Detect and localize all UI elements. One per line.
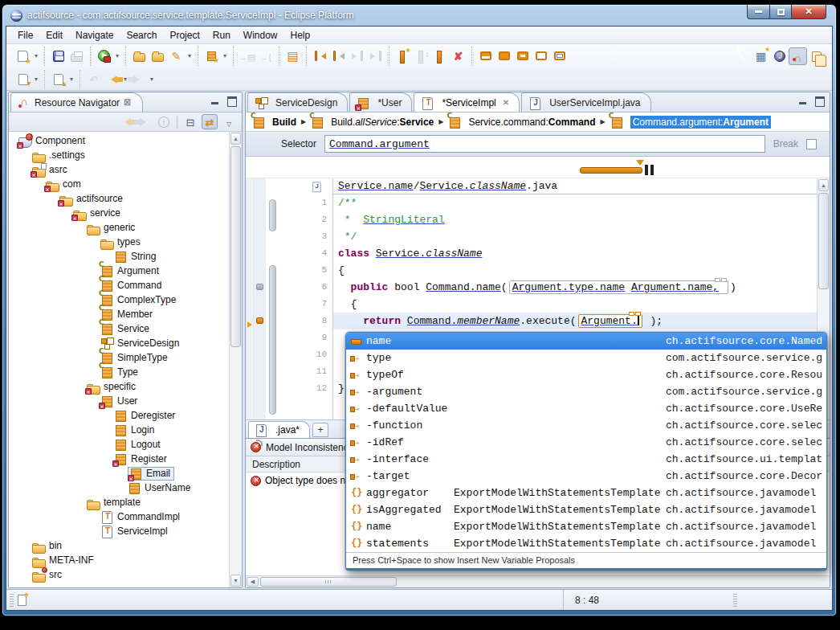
proposal-idref[interactable]: -idRefch.actifsource.core.selec — [346, 434, 826, 451]
tree-item-login[interactable]: Login — [9, 423, 229, 437]
filename-header-line[interactable]: Service.name/Service.className.java — [333, 178, 830, 194]
goto-prev-region-button[interactable] — [329, 47, 348, 65]
dropdown-arrow-icon[interactable]: ▾ — [32, 52, 40, 59]
external-tools-button[interactable] — [95, 47, 113, 65]
up-button[interactable]: ↑ — [156, 114, 172, 129]
menu-navigate[interactable]: Navigate — [69, 28, 120, 43]
tree-item-commandimpl[interactable]: CommandImpl — [9, 509, 229, 524]
tree-item-generic[interactable]: generic — [9, 220, 229, 235]
forward-button[interactable] — [129, 71, 148, 88]
minimize-editor-button[interactable] — [798, 96, 809, 105]
close-button[interactable]: ✕ — [792, 5, 826, 19]
minimize-view-button[interactable] — [210, 96, 221, 105]
menu-edit[interactable]: Edit — [39, 28, 69, 43]
collapse-all-button[interactable] — [182, 114, 198, 129]
add-region-lines-button[interactable] — [430, 47, 449, 65]
proposal-argument[interactable]: -argumentcom.actifsource.service.g — [346, 383, 826, 400]
proposal-defaultvalue[interactable]: -defaultValuech.actifsource.core.UseRe — [346, 400, 826, 417]
proposal-statements[interactable]: statementsExportModelWithStatementsTempl… — [346, 535, 826, 552]
next-template-mark-button[interactable] — [238, 47, 256, 65]
navigator-view-tab[interactable]: Resource Navigator ☒ — [10, 92, 143, 112]
goto-last-region-button[interactable] — [366, 47, 385, 65]
scroll-thumb[interactable] — [260, 577, 397, 587]
highlighter-button[interactable] — [167, 47, 186, 65]
java-file-tab[interactable]: .java* — [248, 421, 310, 438]
tree-item-complextype[interactable]: ComplexType — [9, 292, 229, 307]
tree-item-user[interactable]: ×User — [9, 394, 229, 408]
template-lines-button[interactable] — [283, 47, 302, 65]
selector-input[interactable]: Command.argument — [324, 135, 765, 153]
delete-region-button[interactable] — [449, 47, 467, 65]
scroll-thumb[interactable] — [230, 146, 241, 347]
orange-template-box[interactable]: Argument. — [578, 314, 642, 328]
new-wizard-button[interactable] — [14, 47, 32, 65]
code-line-4[interactable]: class Service.className — [333, 245, 830, 262]
tree-item-service[interactable]: ×service — [9, 206, 229, 220]
open-folder-button[interactable] — [149, 47, 167, 65]
tree-item-serviceimpl[interactable]: ServiceImpl — [9, 524, 229, 538]
proposal-isaggregated[interactable]: isAggregatedExportModelWithStatementsTem… — [346, 501, 826, 518]
proposal-interface[interactable]: -interfacech.actifsource.ui.templat — [346, 451, 826, 468]
actifsource-perspective-button[interactable] — [789, 47, 807, 65]
tree-item-servicedesign[interactable]: ServiceDesign — [9, 336, 229, 350]
tree-item-register[interactable]: ×Register — [9, 452, 229, 466]
proposal-name[interactable]: namech.actifsource.core.Named — [346, 333, 826, 350]
maximize-button[interactable] — [770, 5, 792, 19]
next-brace-button[interactable] — [256, 47, 275, 65]
tree-item-username[interactable]: UserName — [9, 481, 229, 495]
code-line-7[interactable]: { — [333, 296, 830, 313]
code-line-6[interactable]: public bool Command.name(Argument.type.n… — [333, 279, 830, 296]
code-line-8[interactable]: return Command.memberName.execute(Argume… — [333, 313, 830, 329]
tree-item-string[interactable]: String — [9, 249, 229, 264]
region-style-filled-button[interactable] — [495, 47, 513, 65]
editor-tab-servicedesign[interactable]: ServiceDesign — [247, 92, 348, 112]
tree-item-service[interactable]: Service — [9, 321, 229, 336]
expand-region-button[interactable] — [412, 47, 430, 65]
code-line-2[interactable]: * StringLiteral — [333, 211, 830, 228]
tree-item-meta-inf[interactable]: META-INF — [9, 553, 229, 567]
proposal-name[interactable]: nameExportModelWithStatementsTemplatech.… — [346, 518, 826, 535]
region-style-top-button[interactable] — [476, 47, 495, 65]
menu-run[interactable]: Run — [206, 28, 237, 43]
tree-item-component[interactable]: ×Component — [9, 133, 229, 148]
menu-project[interactable]: Project — [163, 28, 206, 43]
breadcrumb-item[interactable]: Build.allService:Service — [309, 115, 435, 129]
code-line-3[interactable]: */ — [333, 228, 830, 245]
open-perspective-button[interactable] — [752, 47, 770, 65]
dropdown-arrow-icon[interactable]: ▾ — [32, 76, 40, 83]
next-annotation-button[interactable] — [49, 71, 67, 88]
back-button[interactable] — [103, 71, 121, 88]
break-checkbox[interactable] — [806, 139, 817, 149]
tree-item-src[interactable]: src — [9, 567, 229, 582]
region-style-inner-button[interactable] — [513, 47, 532, 65]
tree-item-bin[interactable]: bin — [9, 538, 229, 553]
back-button[interactable] — [117, 114, 133, 129]
menu-window[interactable]: Window — [237, 28, 284, 43]
print-button[interactable] — [67, 47, 86, 65]
scroll-up-icon[interactable]: ▲ — [818, 179, 829, 191]
new-actifsource-resource-button[interactable] — [202, 47, 221, 65]
goto-first-region-button[interactable] — [311, 47, 329, 65]
scroll-up-icon[interactable]: ▲ — [230, 133, 241, 145]
breadcrumb-item[interactable]: Build — [251, 115, 298, 129]
code-line-1[interactable]: /** — [333, 194, 830, 211]
editor-tab-serviceimpl[interactable]: *ServiceImpl✕ — [414, 92, 520, 112]
tree-item-simpletype[interactable]: SimpleType — [9, 350, 229, 365]
menu-file[interactable]: File — [11, 28, 39, 43]
code-line-5[interactable]: { — [333, 262, 830, 279]
gray-template-box[interactable]: Argument.type.name Argument.name, — [509, 280, 728, 294]
breadcrumb-item[interactable]: Service.command:Command — [447, 115, 597, 129]
tree-item-member[interactable]: Member — [9, 307, 229, 321]
save-button[interactable] — [49, 47, 67, 65]
tree-item-types[interactable]: types — [9, 235, 229, 249]
dropdown-arrow-icon[interactable]: ▾ — [186, 52, 194, 59]
dropdown-arrow-icon[interactable]: ▾ — [221, 52, 229, 59]
scroll-down-icon[interactable]: ▼ — [230, 575, 241, 587]
tree-item-specific[interactable]: ×specific — [9, 379, 229, 394]
tree-item-asrc[interactable]: ×asrc — [9, 162, 229, 177]
scroll-thumb[interactable] — [818, 193, 829, 289]
insert-region-button[interactable] — [393, 47, 412, 65]
tree-item-settings[interactable]: .settings — [9, 148, 229, 162]
scroll-left-icon[interactable]: ◀ — [247, 577, 259, 587]
open-resource-button[interactable] — [130, 47, 149, 65]
